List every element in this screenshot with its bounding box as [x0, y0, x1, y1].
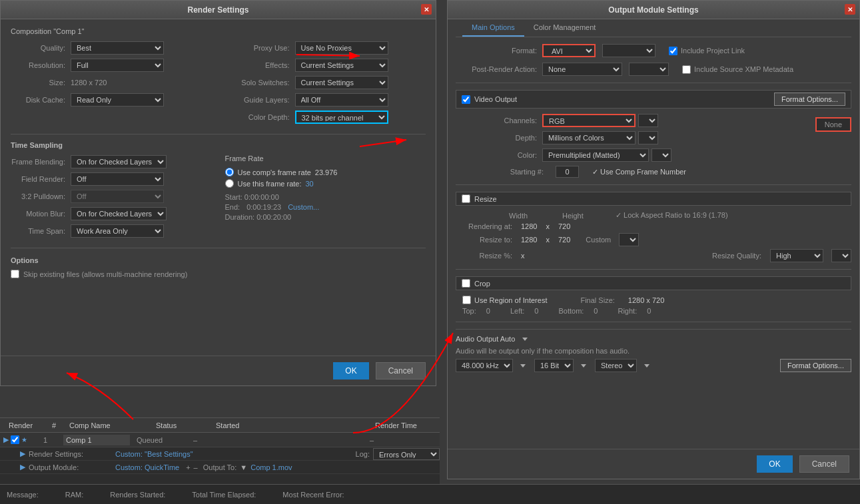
row-comp-name[interactable]: Comp 1: [63, 435, 130, 445]
resize-pct-x: x: [521, 252, 525, 260]
output-module-ok-button[interactable]: OK: [757, 455, 792, 473]
use-comps-frame-rate-label: Use comp's frame rate: [238, 168, 311, 176]
depth-select[interactable]: Millions of Colors: [542, 131, 636, 144]
audio-bit-select[interactable]: 16 Bit: [534, 359, 574, 372]
bottom-status-bar: Message: RAM: Renders Started: Total Tim…: [0, 484, 860, 504]
crop-section: Crop Use Region of Interest Final Size: …: [456, 276, 851, 315]
start-row: Start: 0:00:00:00: [225, 193, 426, 201]
skip-existing-checkbox[interactable]: [11, 270, 19, 278]
crop-checkbox[interactable]: [462, 279, 470, 288]
output-module-close-button[interactable]: ✕: [845, 4, 855, 15]
depth-dropdown[interactable]: [638, 131, 658, 144]
output-module-sub-value[interactable]: Custom: QuickTime: [115, 463, 179, 471]
pulldown-select[interactable]: Off: [71, 190, 164, 203]
add-output-icon[interactable]: +: [186, 463, 190, 471]
quality-select[interactable]: Best: [71, 41, 164, 55]
disk-cache-select[interactable]: Read Only: [71, 93, 164, 107]
output-to-dropdown-icon[interactable]: ▼: [240, 463, 247, 471]
render-settings-dialog: Render Settings ✕ Composition "Comp 1" Q…: [0, 0, 436, 386]
format-options-button[interactable]: Format Options...: [774, 93, 845, 106]
use-comp-frame-label: ✓ Use Comp Frame Number: [592, 168, 686, 176]
format-row: Format: AVI Include Project Link: [456, 44, 851, 57]
crop-label: Crop: [474, 280, 490, 288]
resize-section: Resize Width Height ✓ Lock Aspect Ratio …: [456, 192, 851, 262]
resize-quality-dropdown[interactable]: [831, 249, 851, 262]
starting-num-input[interactable]: [556, 166, 579, 178]
use-region-checkbox[interactable]: [462, 296, 471, 304]
audio-output-label: Audio Output Auto: [456, 335, 515, 343]
time-span-select[interactable]: Work Area Only: [71, 224, 164, 238]
solo-switches-select[interactable]: Current Settings: [295, 76, 388, 89]
resize-to-dropdown[interactable]: [619, 233, 639, 246]
resize-quality-select[interactable]: High: [770, 249, 823, 262]
include-source-xmp-checkbox[interactable]: [682, 65, 691, 74]
audio-format-options-button[interactable]: Format Options...: [780, 359, 851, 372]
audio-section: Audio Output Auto Audio will be output o…: [456, 329, 851, 372]
resolution-select[interactable]: Full: [71, 59, 164, 72]
custom-button[interactable]: Custom...: [288, 203, 319, 211]
use-comps-frame-rate-row: Use comp's frame rate 23.976: [225, 168, 426, 176]
include-project-link-checkbox[interactable]: [669, 47, 677, 55]
render-settings-expand-icon[interactable]: ▶: [20, 449, 25, 458]
render-settings-cancel-button[interactable]: Cancel: [376, 362, 426, 379]
audio-output-dropdown-icon[interactable]: [522, 338, 528, 341]
video-output-checkbox[interactable]: [462, 95, 470, 104]
frame-blending-select[interactable]: On for Checked Layers: [71, 155, 167, 168]
color-depth-select[interactable]: 32 bits per channel: [295, 111, 388, 124]
col-started: Started: [211, 421, 363, 429]
output-to-value[interactable]: Comp 1.mov: [250, 463, 292, 471]
tab-main-options[interactable]: Main Options: [462, 19, 524, 37]
remove-output-icon[interactable]: –: [194, 463, 198, 471]
include-source-xmp-row: Include Source XMP Metadata: [682, 65, 793, 74]
include-source-xmp-label: Include Source XMP Metadata: [694, 65, 793, 73]
pulldown-label: 3:2 Pulldown:: [11, 192, 71, 200]
guide-layers-select[interactable]: All Off: [295, 93, 388, 107]
proxy-use-select[interactable]: Use No Proxies: [295, 41, 388, 55]
top-value: 0: [486, 307, 490, 315]
col-render: Render: [3, 421, 40, 429]
disk-cache-label: Disk Cache:: [11, 96, 71, 104]
color-select[interactable]: Premultiplied (Matted): [542, 148, 649, 162]
field-render-select[interactable]: Off: [71, 172, 164, 186]
format-select[interactable]: AVI: [542, 44, 596, 57]
none-badge: None: [815, 117, 851, 132]
audio-bit-dropdown-icon[interactable]: [581, 364, 586, 368]
audio-khz-dropdown-icon[interactable]: [520, 364, 526, 368]
channels-row: Channels: RGB: [456, 114, 815, 127]
use-comps-frame-rate-radio[interactable]: [225, 168, 234, 176]
output-module-cancel-button[interactable]: Cancel: [799, 455, 849, 473]
audio-khz-select[interactable]: 48.000 kHz: [456, 359, 513, 372]
most-recent-label: Most Recent Error:: [282, 491, 344, 499]
width-col-label: Width: [509, 212, 549, 220]
output-module-title: Output Module Settings: [608, 5, 698, 15]
col-render-time: Render Time: [370, 421, 436, 429]
time-sampling-title: Time Sampling: [11, 141, 426, 149]
post-render-dropdown[interactable]: [629, 63, 669, 76]
post-render-select[interactable]: None: [542, 63, 622, 76]
log-select[interactable]: Errors Only: [373, 448, 440, 460]
render-settings-close-button[interactable]: ✕: [421, 4, 432, 15]
color-dropdown[interactable]: [651, 148, 671, 162]
audio-channels-dropdown-icon[interactable]: [644, 364, 649, 368]
row-started: –: [193, 436, 366, 444]
resize-to-height: 720: [558, 236, 570, 244]
motion-blur-select[interactable]: On for Checked Layers: [71, 207, 167, 220]
proxy-use-row: Proxy Use: Use No Proxies: [222, 41, 426, 55]
format-dropdown[interactable]: [602, 44, 655, 57]
audio-channels-select[interactable]: Stereo: [595, 359, 637, 372]
use-this-frame-rate-radio[interactable]: [225, 179, 234, 188]
render-settings-ok-button[interactable]: OK: [333, 362, 368, 379]
audio-note: Audio will be output only if the composi…: [456, 347, 851, 355]
effects-select[interactable]: Current Settings: [295, 59, 388, 72]
render-settings-body: Composition "Comp 1" Quality: Best Resol…: [1, 19, 436, 286]
render-settings-sub-value[interactable]: Custom: "Best Settings": [115, 450, 193, 458]
row-checkbox[interactable]: [11, 435, 19, 444]
channels-select[interactable]: RGB: [542, 114, 636, 127]
col-comp-name: Comp Name: [64, 421, 144, 429]
row-star-icon[interactable]: ★: [21, 436, 27, 443]
resize-checkbox[interactable]: [462, 194, 470, 203]
tab-color-management[interactable]: Color Management: [524, 19, 606, 37]
channels-dropdown[interactable]: [638, 114, 658, 127]
output-module-expand-icon[interactable]: ▶: [20, 463, 25, 471]
row-expand-icon[interactable]: ▶: [3, 435, 9, 444]
